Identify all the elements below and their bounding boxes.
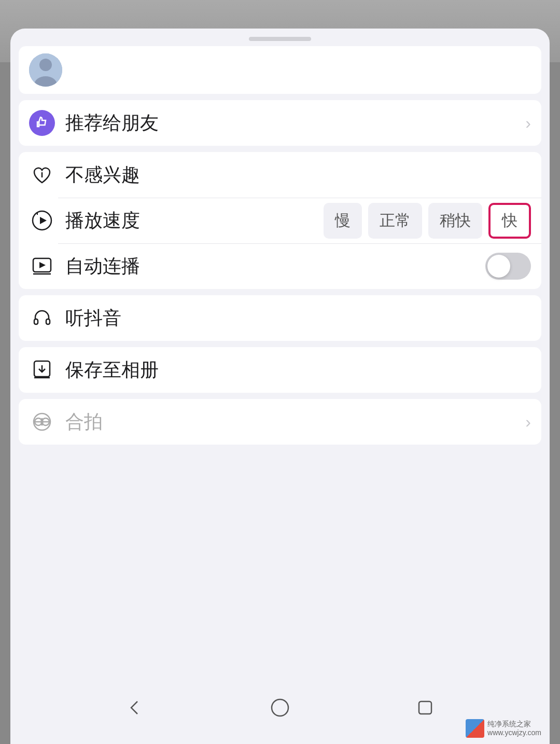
watermark-line2: www.ycwjzy.com xyxy=(487,728,541,737)
headphones-icon xyxy=(29,305,55,331)
save-label: 保存至相册 xyxy=(65,357,531,383)
toggle-track xyxy=(485,253,531,280)
not-interested-item[interactable]: 不感兴趣 xyxy=(19,152,541,198)
heart-broken-icon xyxy=(29,162,55,188)
collab-item[interactable]: 合拍 › xyxy=(19,399,541,445)
save-card: 保存至相册 xyxy=(19,347,541,393)
toggle-knob xyxy=(487,255,510,278)
recommend-icon-bg xyxy=(29,110,55,136)
listen-item[interactable]: 听抖音 xyxy=(19,295,541,341)
watermark: 纯净系统之家 www.ycwjzy.com xyxy=(466,719,541,738)
speed-slightly-fast-button[interactable]: 稍快 xyxy=(428,203,482,239)
recommend-card: 推荐给朋友 › xyxy=(19,100,541,146)
not-interested-label: 不感兴趣 xyxy=(65,162,531,188)
top-avatar-section xyxy=(19,46,541,94)
svg-marker-5 xyxy=(40,217,47,224)
recommend-label: 推荐给朋友 xyxy=(65,111,525,136)
collab-icon xyxy=(29,409,55,435)
watermark-icon xyxy=(466,719,484,738)
svg-rect-10 xyxy=(34,319,38,324)
home-button[interactable] xyxy=(264,692,296,723)
auto-play-icon xyxy=(29,253,55,279)
watermark-text: 纯净系统之家 www.ycwjzy.com xyxy=(487,720,541,737)
collab-card: 合拍 › xyxy=(19,399,541,445)
collab-label: 合拍 xyxy=(65,409,525,435)
playback-speed-label: 播放速度 xyxy=(65,208,324,233)
svg-point-1 xyxy=(39,59,52,71)
speed-fast-button[interactable]: 快 xyxy=(488,203,531,239)
speed-controls: 慢 正常 稍快 快 xyxy=(324,203,531,239)
auto-play-toggle[interactable] xyxy=(485,253,531,280)
back-button[interactable] xyxy=(119,692,150,723)
recent-icon xyxy=(415,697,436,718)
listen-card: 听抖音 xyxy=(19,295,541,341)
collab-chevron-icon: › xyxy=(525,412,531,432)
thumbs-up-icon xyxy=(34,115,50,131)
back-icon xyxy=(124,697,145,718)
listen-label: 听抖音 xyxy=(65,306,531,331)
avatar xyxy=(29,53,62,87)
drag-handle[interactable] xyxy=(249,37,311,41)
playback-speed-icon xyxy=(29,208,55,233)
recommend-chevron-icon: › xyxy=(525,114,531,133)
thumbs-up-icon-container xyxy=(29,110,55,136)
auto-play-label: 自动连播 xyxy=(65,254,485,279)
speed-normal-button[interactable]: 正常 xyxy=(368,203,422,239)
recommend-item[interactable]: 推荐给朋友 › xyxy=(19,100,541,146)
download-icon xyxy=(29,357,55,383)
watermark-line1: 纯净系统之家 xyxy=(487,720,541,728)
recent-button[interactable] xyxy=(410,692,441,723)
svg-marker-9 xyxy=(39,262,46,268)
svg-point-19 xyxy=(272,699,288,716)
playback-speed-item: 播放速度 慢 正常 稍快 快 xyxy=(19,198,541,243)
svg-rect-11 xyxy=(46,319,50,324)
options-card: 不感兴趣 播放速度 慢 正常 稍快 快 xyxy=(19,152,541,289)
save-item[interactable]: 保存至相册 xyxy=(19,347,541,393)
speed-slow-button[interactable]: 慢 xyxy=(324,203,362,239)
svg-rect-20 xyxy=(419,701,431,714)
auto-play-item[interactable]: 自动连播 xyxy=(19,243,541,289)
home-icon xyxy=(270,697,290,718)
